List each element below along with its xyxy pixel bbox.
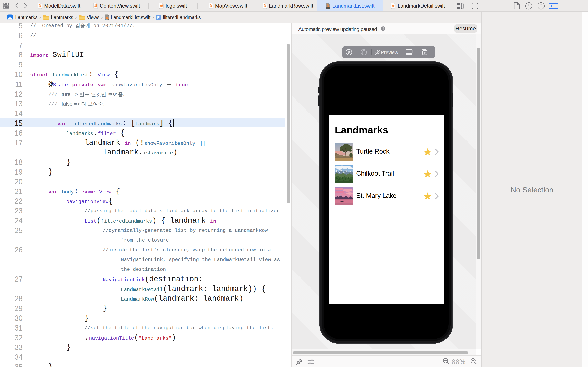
svg-text:P: P <box>157 15 160 20</box>
svg-text:SWIFT: SWIFT <box>327 7 330 8</box>
svg-text:SWIFT: SWIFT <box>105 19 109 20</box>
